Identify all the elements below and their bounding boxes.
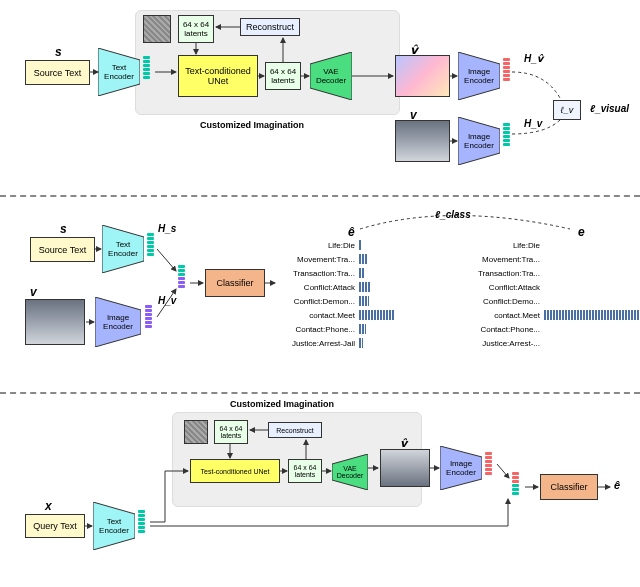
chart-row: Conflict:Attack xyxy=(275,281,459,293)
chart-row: Justice:Arrest-... xyxy=(460,337,640,349)
classifier-label-p2: Classifier xyxy=(216,278,253,288)
chart-row: Contact:Phone... xyxy=(460,323,640,335)
e-symbol: e xyxy=(578,225,585,239)
vae-decoder-p3-label: VAE Decoder xyxy=(332,465,368,479)
chart-category-label: Movement:Tra... xyxy=(460,255,540,264)
loss-v-box: ℓ_v xyxy=(553,100,581,120)
unet-p3: Test-conditioned UNet xyxy=(190,459,280,483)
image-encoder-1: Image Encoder xyxy=(458,52,500,100)
loss-class-label: ℓ_class xyxy=(435,209,471,220)
query-text-label: Query Text xyxy=(33,521,76,531)
chart-category-label: contact.Meet xyxy=(460,311,540,320)
unet-label: Text-conditioned UNet xyxy=(181,66,255,86)
vhat-embedding-p3 xyxy=(485,452,492,475)
latents-b-p3-label: 64 x 64 latents xyxy=(291,464,319,478)
panel-top: s Source Text Text Encoder 64 x 64 laten… xyxy=(0,0,640,195)
generated-image-vhat-p3 xyxy=(380,449,430,487)
chart-category-label: Life:Die xyxy=(275,241,355,250)
chart-bar xyxy=(359,310,394,320)
image-encoder-2: Image Encoder xyxy=(458,117,500,165)
chart-category-label: contact.Meet xyxy=(275,311,355,320)
source-text-label-p2: Source Text xyxy=(39,245,86,255)
chart-category-label: Justice:Arrest-... xyxy=(460,339,540,348)
chart-row: Movement:Tra... xyxy=(275,253,459,265)
latents-a-p3-label: 64 x 64 latents xyxy=(217,425,245,439)
unet-p3-label: Test-conditioned UNet xyxy=(201,468,270,475)
chart-e: Life:DieMovement:Tra...Transaction:Tra..… xyxy=(460,239,640,349)
concat-embedding-p3 xyxy=(512,472,519,495)
source-text-label: Source Text xyxy=(34,68,81,78)
s-symbol: s xyxy=(55,45,62,59)
chart-category-label: Conflict:Attack xyxy=(275,283,355,292)
loss-v-box-label: ℓ_v xyxy=(561,105,573,115)
image-encoder-1-label: Image Encoder xyxy=(458,67,500,85)
chart-row: Contact:Phone... xyxy=(275,323,459,335)
source-text-box-p2: Source Text xyxy=(30,237,95,262)
chart-category-label: Transaction:Tra... xyxy=(275,269,355,278)
chart-bar xyxy=(359,254,367,264)
ci-label: Customized Imagination xyxy=(200,120,304,130)
chart-row: Transaction:Tra... xyxy=(275,267,459,279)
text-embedding-p2 xyxy=(147,233,154,256)
noise-image xyxy=(143,15,171,43)
chart-ehat: Life:DieMovement:Tra...Transaction:Tra..… xyxy=(275,239,459,349)
v-embedding-bars xyxy=(503,123,510,146)
chart-row: Transaction:Tra... xyxy=(460,267,640,279)
latents-a: 64 x 64 latents xyxy=(178,15,214,43)
image-encoder-p3: Image Encoder xyxy=(440,446,482,490)
chart-row: Life:Die xyxy=(275,239,459,251)
svg-line-35 xyxy=(497,464,509,478)
latents-b: 64 x 64 latents xyxy=(265,62,301,90)
Hvhat-label: H_v̂ xyxy=(524,53,543,64)
text-encoder-p2: Text Encoder xyxy=(102,225,144,273)
text-embedding-bars xyxy=(143,56,150,79)
latents-b-label: 64 x 64 latents xyxy=(268,67,298,85)
chart-row: Life:Die xyxy=(460,239,640,251)
chart-category-label: Conflict:Demo... xyxy=(460,297,540,306)
ehat-symbol-p3: ê xyxy=(614,479,620,491)
image-encoder-2-label: Image Encoder xyxy=(458,132,500,150)
query-text-box: Query Text xyxy=(25,514,85,538)
vhat-embedding-bars xyxy=(503,58,510,81)
chart-bar xyxy=(359,268,364,278)
text-encoder-label-p3: Text Encoder xyxy=(93,517,135,535)
text-embedding-p3 xyxy=(138,510,145,533)
text-encoder-p3: Text Encoder xyxy=(93,502,135,550)
text-encoder-label-p2: Text Encoder xyxy=(102,240,144,258)
Hv-label-p2: H_v xyxy=(158,295,176,306)
Hv-label: H_v xyxy=(524,118,542,129)
image-encoder-p2: Image Encoder xyxy=(95,297,141,347)
chart-row: Movement:Tra... xyxy=(460,253,640,265)
chart-bar xyxy=(359,296,369,306)
source-text-box: Source Text xyxy=(25,60,90,85)
chart-bar xyxy=(359,338,363,348)
chart-bar xyxy=(544,310,640,320)
ehat-symbol: ê xyxy=(348,225,355,239)
concat-embedding-p2 xyxy=(178,265,185,288)
chart-row: contact.Meet xyxy=(275,309,459,321)
chart-row: Conflict:Demo... xyxy=(460,295,640,307)
s-symbol-p2: s xyxy=(60,222,67,236)
image-encoder-p3-label: Image Encoder xyxy=(440,459,482,477)
svg-line-18 xyxy=(157,249,176,271)
chart-category-label: Conflict:Attack xyxy=(460,283,540,292)
loss-visual-label: ℓ_visual xyxy=(590,103,629,114)
chart-row: Justice:Arrest-Jail xyxy=(275,337,459,349)
text-encoder: Text Encoder xyxy=(98,48,140,96)
chart-category-label: Transaction:Tra... xyxy=(460,269,540,278)
vae-decoder-label: VAE Decoder xyxy=(310,67,352,85)
chart-bar xyxy=(359,324,366,334)
classifier-p3: Classifier xyxy=(540,474,598,500)
generated-image-vhat xyxy=(395,55,450,97)
classifier-p2: Classifier xyxy=(205,269,265,297)
reconstruct-label: Reconstruct xyxy=(246,22,294,32)
noise-image-p3 xyxy=(184,420,208,444)
latents-b-p3: 64 x 64 latents xyxy=(288,459,322,483)
latents-a-label: 64 x 64 latents xyxy=(181,20,211,38)
reconstruct-p3-label: Reconstruct xyxy=(276,427,313,434)
vae-decoder: VAE Decoder xyxy=(310,52,352,100)
image-encoder-label-p2: Image Encoder xyxy=(95,313,141,331)
image-embedding-p2 xyxy=(145,305,152,328)
chart-category-label: Life:Die xyxy=(460,241,540,250)
classifier-label-p3: Classifier xyxy=(550,482,587,492)
